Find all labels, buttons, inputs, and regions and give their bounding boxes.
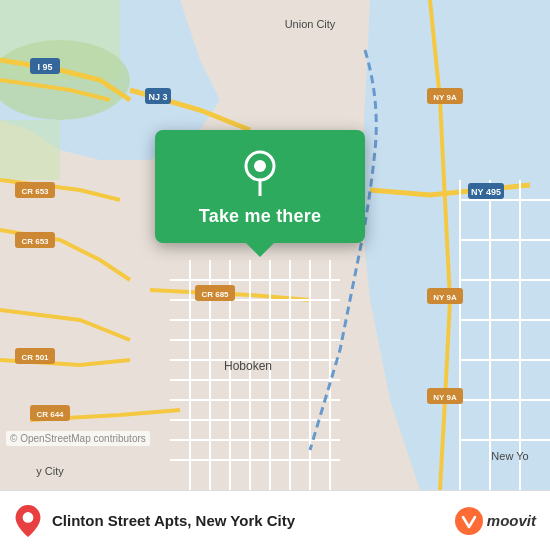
moovit-logo: moovit: [455, 507, 536, 535]
svg-text:NY 9A: NY 9A: [433, 393, 457, 402]
svg-text:CR 644: CR 644: [36, 410, 64, 419]
svg-text:NJ 3: NJ 3: [148, 92, 167, 102]
map-attribution: © OpenStreetMap contributors: [6, 431, 150, 446]
svg-rect-5: [0, 120, 60, 180]
svg-text:New Yo: New Yo: [491, 450, 528, 462]
svg-point-63: [455, 507, 483, 535]
moovit-text: moovit: [487, 512, 536, 529]
svg-text:y City: y City: [36, 465, 64, 477]
svg-text:Union City: Union City: [285, 18, 336, 30]
map-container: I 95 NJ 3 CR 653 CR 653 CR 685 CR 501 CR…: [0, 0, 550, 490]
svg-point-61: [254, 160, 266, 172]
location-name: Clinton Street Apts, New York City: [52, 512, 295, 529]
bottom-location-text: Clinton Street Apts, New York City: [52, 512, 295, 529]
moovit-icon: [455, 507, 483, 535]
take-me-there-label: Take me there: [199, 206, 321, 227]
svg-text:NY 9A: NY 9A: [433, 293, 457, 302]
bottom-pin-icon: [14, 505, 42, 537]
bottom-bar: Clinton Street Apts, New York City moovi…: [0, 490, 550, 550]
svg-text:CR 685: CR 685: [201, 290, 229, 299]
svg-text:I 95: I 95: [37, 62, 52, 72]
svg-text:CR 653: CR 653: [21, 237, 49, 246]
svg-text:Hoboken: Hoboken: [224, 359, 272, 373]
svg-text:NY 9A: NY 9A: [433, 93, 457, 102]
svg-text:NY 495: NY 495: [471, 187, 501, 197]
svg-text:CR 653: CR 653: [21, 187, 49, 196]
location-pin-icon: [236, 148, 284, 196]
svg-text:CR 501: CR 501: [21, 353, 49, 362]
take-me-there-button[interactable]: Take me there: [155, 130, 365, 243]
svg-point-62: [23, 512, 34, 523]
